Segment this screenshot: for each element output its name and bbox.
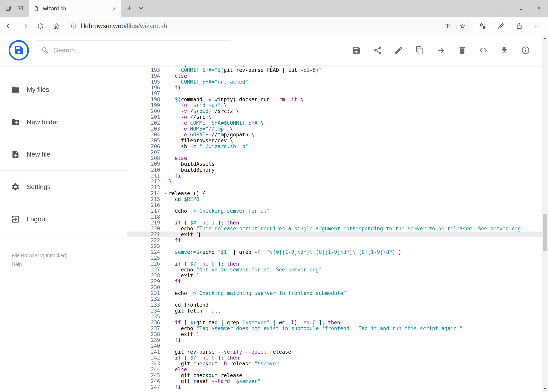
search-input[interactable] <box>53 46 227 54</box>
code-line-216[interactable]: 216 <box>127 202 542 208</box>
code-line-198[interactable]: 198 $(command -v winpty) docker run --rm… <box>127 97 542 102</box>
code-editor[interactable]: 192 if [ "$(command -v git)" != "" ]; th… <box>127 66 548 392</box>
sidebar-item-logout[interactable]: Logout <box>0 203 127 235</box>
scrollbar-thumb[interactable] <box>543 214 547 251</box>
code-line-228[interactable]: 228 exit 1 <box>127 273 542 279</box>
code-line-242[interactable]: 242 if [ $? -ne 0 ]; then <box>127 355 542 361</box>
code-line-215[interactable]: 215 cd $REPO <box>127 196 542 202</box>
code-line-239[interactable]: 239 fi <box>127 337 542 343</box>
code-line-234[interactable]: 234 git fetch --all <box>127 308 542 314</box>
web-note-icon[interactable] <box>497 22 505 30</box>
favorites-hub-icon[interactable] <box>479 22 486 30</box>
tab-preview-button[interactable] <box>17 5 23 12</box>
code-line-221[interactable]: 221 exit 1 <box>127 231 542 237</box>
code-line-226[interactable]: 226 if [ $? -ne 0 ]; then <box>127 261 542 267</box>
code-line-246[interactable]: 246 git reset --hard "$semver" <box>127 378 542 384</box>
code-line-195[interactable]: 195 COMMIT_SHA="untracked" <box>127 79 542 85</box>
help-link[interactable]: Help <box>12 261 127 267</box>
page-scrollbar[interactable] <box>542 35 548 392</box>
code-line-196[interactable]: 196 fi <box>127 85 542 91</box>
code-line-222[interactable]: 222 fi <box>127 237 542 243</box>
code-line-233[interactable]: 233 cd frontend <box>127 302 542 308</box>
code-line-197[interactable]: 197 <box>127 91 542 97</box>
code-line-214[interactable]: 214▾release () { <box>127 190 542 196</box>
code-line-201[interactable]: 201 -w //src \ <box>127 114 542 120</box>
minimize-button[interactable] <box>494 0 512 17</box>
save-button[interactable] <box>352 46 361 55</box>
code-line-241[interactable]: 241 git rev-parse --verify --quiet relea… <box>127 349 542 355</box>
url-text[interactable]: filebrowser.web/files/wizard.sh <box>80 22 167 30</box>
fold-marker-icon[interactable]: ▾ <box>164 190 166 196</box>
code-line-227[interactable]: 227 echo "Not valid semver format. See s… <box>127 267 542 273</box>
rename-button[interactable] <box>394 46 403 55</box>
sidebar-item-new-file[interactable]: New file <box>0 138 127 170</box>
code-line-243[interactable]: 243 git checkout -b release "$semver" <box>127 361 542 367</box>
browser-tab-active[interactable]: wizard.sh <box>29 0 121 17</box>
scroll-down-button[interactable] <box>542 385 548 392</box>
new-tab-button[interactable] <box>126 5 133 12</box>
code-line-219[interactable]: 219 if [ $# -ne 1 ]; then <box>127 220 542 226</box>
code-line-205[interactable]: 205 filebrowser/dev \ <box>127 138 542 143</box>
sidebar-item-settings[interactable]: Settings <box>0 171 127 203</box>
code-line-238[interactable]: 238 exit 1 <box>127 331 542 337</box>
code-line-230[interactable]: 230 <box>127 284 542 290</box>
forward-button[interactable] <box>21 22 28 30</box>
scroll-up-button[interactable] <box>542 35 548 42</box>
code-line-210[interactable]: 210 buildBinary <box>127 167 542 173</box>
close-window-button[interactable] <box>530 0 548 17</box>
back-button[interactable] <box>6 22 13 30</box>
code-line-244[interactable]: 244 else <box>127 367 542 372</box>
code-line-211[interactable]: 211 fi <box>127 173 542 179</box>
code-line-206[interactable]: 206 sh -c "./wizard.sh -b" <box>127 143 542 149</box>
tab-close-icon[interactable] <box>112 6 117 11</box>
sidebar-item-new-folder[interactable]: New folder <box>0 106 127 138</box>
code-line-193[interactable]: 193 COMMIT_SHA="$(git rev-parse HEAD | c… <box>127 67 542 73</box>
maximize-button[interactable] <box>512 0 530 17</box>
code-line-236[interactable]: 236 if [ $(git tag | grep "$semver" | wc… <box>127 320 542 325</box>
sidebar-item-my-files[interactable]: My files <box>0 73 127 106</box>
code-line-229[interactable]: 229 fi <box>127 279 542 284</box>
info-button[interactable] <box>521 46 530 55</box>
share-button[interactable] <box>373 46 382 55</box>
code-line-217[interactable]: 217 echo "> Checking semver format" <box>127 208 542 214</box>
tab-list-button[interactable] <box>138 5 144 12</box>
code-line-231[interactable]: 231 echo "> Checking matching $semver in… <box>127 290 542 296</box>
code-line-223[interactable]: 223 <box>127 243 542 249</box>
move-button[interactable] <box>437 46 445 55</box>
code-line-245[interactable]: 245 git checkout release <box>127 372 542 378</box>
code-line-200[interactable]: 200 -v /$(pwd):/src:z \ <box>127 108 542 114</box>
code-line-224[interactable]: 224 semver=$(echo "$1" | grep -P '^v(0|[… <box>127 249 542 255</box>
code-line-225[interactable]: 225 <box>127 255 542 261</box>
delete-button[interactable] <box>458 46 467 55</box>
code-line-232[interactable]: 232 <box>127 296 542 302</box>
code-line-203[interactable]: 203 -e HOME="//tmp" \ <box>127 126 542 132</box>
code-line-208[interactable]: 208 else <box>127 155 542 161</box>
source-button[interactable] <box>479 46 488 55</box>
code-line-247[interactable]: 247 fi <box>127 384 542 390</box>
code-line-218[interactable]: 218 <box>127 214 542 220</box>
scrollbar-track[interactable] <box>542 42 548 385</box>
share-page-icon[interactable] <box>515 22 523 30</box>
copy-button[interactable] <box>415 46 424 55</box>
code-line-207[interactable]: 207 <box>127 149 542 155</box>
download-button[interactable] <box>500 46 509 55</box>
code-line-220[interactable]: 220 echo "This release script requires a… <box>127 226 542 231</box>
code-line-199[interactable]: 199 -u "$(id -u)" \ <box>127 102 542 108</box>
code-line-192[interactable]: 192 if [ "$(command -v git)" != "" ]; th… <box>127 66 542 67</box>
code-line-237[interactable]: 237 echo "Tag $semver does not exist in … <box>127 325 542 331</box>
code-line-212[interactable]: 212} <box>127 179 542 185</box>
site-info-icon[interactable] <box>70 23 77 29</box>
more-menu-icon[interactable] <box>534 22 541 30</box>
search-box[interactable] <box>36 40 231 60</box>
code-line-235[interactable]: 235 <box>127 314 542 320</box>
reading-view-icon[interactable] <box>444 23 451 29</box>
code-line-202[interactable]: 202 -e COMMIT_SHA=$COMMIT_SHA \ <box>127 120 542 126</box>
filebrowser-logo[interactable] <box>9 40 29 61</box>
add-favorite-icon[interactable] <box>459 23 466 29</box>
set-tabs-aside-button[interactable] <box>5 5 12 12</box>
home-button[interactable] <box>52 22 60 30</box>
code-line-194[interactable]: 194 else <box>127 73 542 79</box>
code-line-209[interactable]: 209 buildAssets <box>127 161 542 167</box>
code-line-213[interactable]: 213 <box>127 185 542 190</box>
code-line-240[interactable]: 240 <box>127 343 542 349</box>
